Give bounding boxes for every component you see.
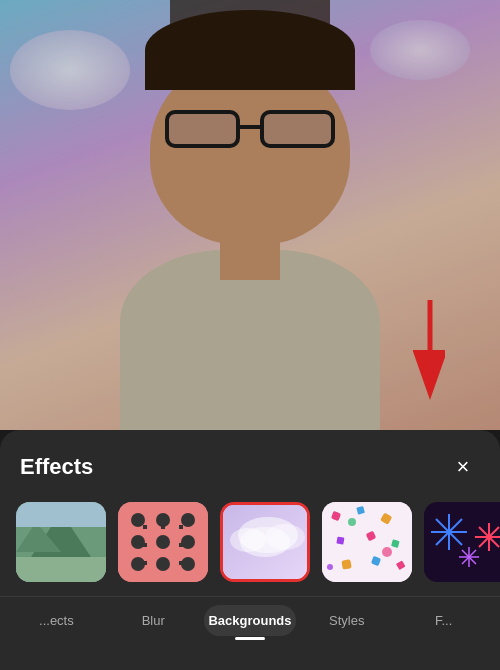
close-button[interactable]: × — [446, 450, 480, 484]
thumbnail-pink-dots[interactable] — [118, 502, 208, 582]
thumbnail-fireworks[interactable] — [424, 502, 500, 582]
glasses — [160, 110, 340, 150]
active-tab-indicator — [235, 637, 265, 640]
tab-more[interactable]: F... — [397, 605, 490, 636]
svg-point-15 — [156, 557, 170, 571]
hair — [145, 10, 355, 90]
svg-point-13 — [181, 535, 195, 549]
svg-point-32 — [382, 547, 392, 557]
svg-point-19 — [230, 528, 266, 552]
red-arrow-indicator — [385, 300, 445, 404]
thumbnails-row — [0, 494, 500, 590]
svg-point-31 — [348, 518, 356, 526]
effects-panel: Effects × — [0, 430, 500, 670]
svg-point-14 — [131, 557, 145, 571]
effects-title: Effects — [20, 454, 93, 480]
tab-effects[interactable]: ...ects — [10, 605, 103, 636]
video-preview — [0, 0, 500, 430]
svg-point-16 — [181, 557, 195, 571]
svg-rect-25 — [336, 537, 344, 545]
svg-point-33 — [327, 564, 333, 570]
effects-header: Effects × — [0, 430, 500, 494]
svg-point-20 — [265, 524, 305, 550]
glasses-right-lens — [260, 110, 335, 148]
thumbnail-sky-selected[interactable] — [220, 502, 310, 582]
svg-rect-5 — [16, 557, 106, 582]
svg-point-10 — [181, 513, 195, 527]
thumbnail-confetti[interactable] — [322, 502, 412, 582]
category-tabs: ...ects Blur Backgrounds Styles F... — [0, 596, 500, 640]
glasses-left-lens — [165, 110, 240, 148]
svg-point-11 — [131, 535, 145, 549]
svg-point-9 — [156, 513, 170, 527]
svg-rect-6 — [16, 502, 106, 527]
thumbnail-mountains[interactable] — [16, 502, 106, 582]
tab-blur[interactable]: Blur — [107, 605, 200, 636]
tab-styles[interactable]: Styles — [300, 605, 393, 636]
svg-point-8 — [131, 513, 145, 527]
glasses-bridge — [240, 125, 260, 129]
svg-rect-28 — [341, 559, 351, 569]
svg-point-12 — [156, 535, 170, 549]
tab-backgrounds[interactable]: Backgrounds — [204, 605, 297, 636]
